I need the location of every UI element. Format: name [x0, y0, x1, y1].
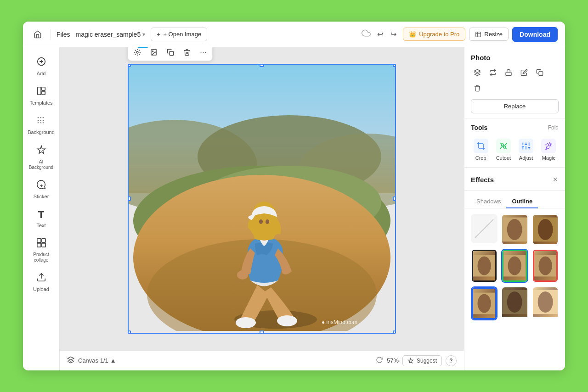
sidebar-item-add[interactable]: Add	[25, 53, 57, 80]
edit-icon[interactable]	[518, 66, 531, 79]
image-frame-wrapper: New	[128, 64, 396, 334]
suggest-button[interactable]: Suggest	[402, 355, 442, 366]
undo-button[interactable]: ↩	[374, 28, 386, 40]
canvas-container: New	[60, 47, 464, 350]
effect-7[interactable]	[501, 286, 528, 320]
resize-label: Resize	[484, 31, 503, 38]
svg-text:● insMind.com: ● insMind.com	[322, 319, 357, 325]
sidebar-text-label: Text	[36, 223, 45, 229]
filename-chevron: ▾	[142, 31, 145, 38]
magic-tool[interactable]: Magic	[539, 136, 559, 163]
effect-4[interactable]	[501, 249, 528, 283]
sidebar-templates-label: Templates	[29, 100, 52, 106]
handle-tm[interactable]	[260, 64, 264, 67]
svg-rect-0	[476, 32, 481, 37]
open-image-label: + Open Image	[163, 31, 201, 38]
svg-point-57	[508, 256, 521, 275]
header: Files magic eraser_sample5 ▾ + + Open Im…	[23, 22, 565, 47]
svg-point-63	[507, 291, 522, 313]
right-panel: Photo	[464, 47, 565, 370]
effect-2[interactable]	[532, 214, 559, 245]
handle-bl[interactable]	[128, 330, 131, 334]
body: Add Templates Background	[23, 47, 565, 370]
effect-6[interactable]	[471, 286, 498, 320]
handle-bm[interactable]	[260, 330, 264, 334]
open-image-icon: +	[157, 31, 160, 38]
sidebar-collage-label: Productcollage	[33, 252, 49, 263]
zoom-label: 57%	[387, 357, 399, 364]
effect-3[interactable]	[471, 249, 498, 283]
svg-point-51	[507, 219, 522, 240]
layers-icon[interactable]	[471, 66, 484, 79]
effect-none[interactable]	[471, 214, 498, 243]
redo-button[interactable]: ↪	[388, 28, 399, 40]
sidebar-item-background[interactable]: Background	[25, 112, 57, 139]
image-delete-button[interactable]	[180, 47, 194, 58]
svg-line-49	[475, 219, 493, 238]
photo-title: Photo	[471, 54, 559, 62]
sidebar-item-text[interactable]: T Text	[25, 205, 57, 232]
resize-button[interactable]: Resize	[469, 28, 509, 41]
upgrade-button[interactable]: 👑 Upgrade to Pro	[403, 28, 465, 41]
effect-8[interactable]	[532, 286, 559, 320]
svg-point-53	[537, 219, 553, 240]
tools-title: Tools	[471, 124, 487, 131]
sidebar-item-sticker[interactable]: Sticker	[25, 176, 57, 203]
image-replace-button[interactable]	[147, 47, 161, 58]
image-toolbar: New	[128, 47, 213, 61]
svg-point-12	[136, 51, 138, 53]
sidebar-upload-label: Upload	[33, 286, 49, 292]
effects-grid	[464, 208, 565, 326]
cloud-icon[interactable]	[362, 28, 371, 40]
handle-mr[interactable]	[393, 196, 396, 201]
duplicate-icon[interactable]	[533, 66, 546, 79]
crop-tool[interactable]: Crop	[471, 136, 491, 163]
svg-point-31	[237, 270, 248, 280]
handle-ml[interactable]	[128, 196, 131, 201]
svg-rect-7	[37, 239, 40, 242]
image-copy-button[interactable]	[163, 47, 178, 58]
image-frame[interactable]: ● insMind.com	[128, 64, 396, 334]
refresh-icon	[376, 356, 383, 365]
svg-point-25	[236, 317, 256, 328]
sidebar-item-templates[interactable]: Templates	[25, 82, 57, 110]
effect-5[interactable]	[532, 249, 559, 283]
filename-display[interactable]: Files magic eraser_sample5 ▾	[57, 31, 145, 38]
home-button[interactable]	[30, 27, 45, 42]
sidebar-item-product-collage[interactable]: Productcollage	[25, 234, 57, 267]
adjust-label: Adjust	[519, 155, 533, 161]
sidebar: Add Templates Background	[23, 47, 60, 370]
delete-icon[interactable]	[471, 82, 484, 95]
open-image-button[interactable]: + + Open Image	[151, 28, 207, 41]
templates-icon	[36, 86, 46, 98]
outline-tab[interactable]: Outline	[506, 195, 538, 208]
effect-1[interactable]	[501, 214, 528, 245]
canvas-info[interactable]: Canvas 1/1 ▲	[78, 357, 116, 364]
tools-header: Tools Fold	[471, 124, 559, 131]
sidebar-sticker-label: Sticker	[34, 194, 49, 200]
shadows-tab[interactable]: Shadows	[471, 195, 506, 208]
help-button[interactable]: ?	[446, 355, 457, 366]
handle-br[interactable]	[393, 330, 396, 334]
effects-panel: Effects × Shadows Outline	[464, 168, 565, 370]
svg-rect-9	[37, 243, 40, 247]
sidebar-item-ai-background[interactable]: AIBackground	[25, 141, 57, 174]
fold-button[interactable]: Fold	[548, 124, 559, 131]
handle-tr[interactable]	[393, 64, 396, 67]
replace-button[interactable]: Replace	[471, 99, 559, 113]
ai-tool-button[interactable]: New	[130, 47, 145, 58]
handle-tl[interactable]	[128, 64, 131, 67]
image-more-button[interactable]: ⋯	[196, 47, 210, 59]
adjust-tool[interactable]: Adjust	[516, 136, 536, 163]
sidebar-ai-bg-label: AIBackground	[29, 159, 53, 170]
sidebar-item-upload[interactable]: Upload	[25, 269, 57, 296]
flip-icon[interactable]	[486, 66, 499, 79]
svg-marker-33	[68, 357, 74, 360]
cutout-tool[interactable]: Cutout	[493, 136, 513, 163]
header-divider	[51, 29, 51, 40]
download-button[interactable]: Download	[512, 27, 558, 42]
lock-icon[interactable]	[502, 66, 515, 79]
help-label: ?	[449, 358, 452, 364]
svg-rect-35	[506, 72, 511, 75]
effects-close-button[interactable]: ×	[552, 174, 559, 185]
